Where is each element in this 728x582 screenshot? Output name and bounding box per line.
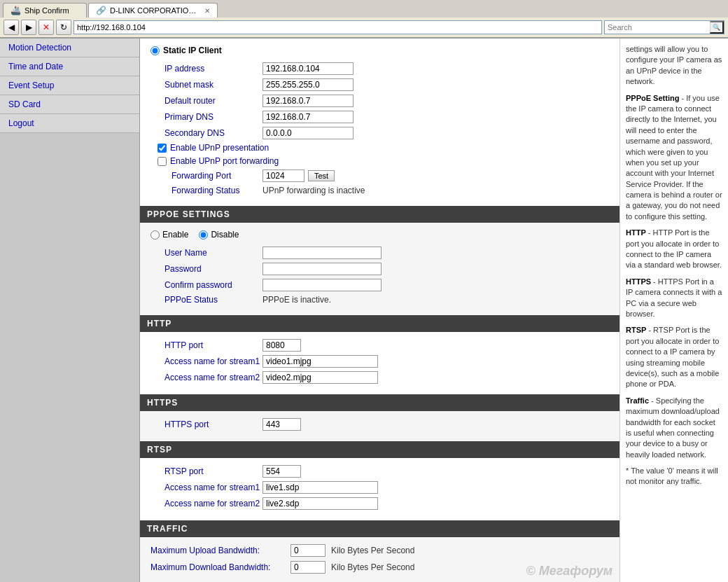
http-section: HTTP HTTP port Access name for stream1 A… — [140, 315, 620, 394]
static-ip-radio[interactable] — [150, 46, 160, 55]
rtsp-stream1-row: Access name for stream1 — [150, 481, 609, 494]
stop-button[interactable]: ✕ — [38, 20, 54, 35]
help-rtsp-title: RTSP — [626, 326, 646, 334]
http-stream2-input[interactable] — [262, 371, 378, 384]
default-router-input[interactable] — [262, 95, 354, 107]
sidebar-item-motion-detection[interactable]: Motion Detection — [0, 39, 139, 57]
sidebar-item-time-and-date[interactable]: Time and Date — [0, 57, 139, 76]
ip-address-input[interactable] — [262, 62, 354, 75]
http-header: HTTP — [140, 315, 620, 332]
pppoe-username-input[interactable] — [262, 247, 382, 259]
upload-bandwidth-label: Maximum Upload Bandwidth: — [150, 546, 290, 555]
secondary-dns-label: Secondary DNS — [164, 128, 262, 138]
help-pppoe-title: PPPoE Setting — [626, 94, 679, 102]
https-port-label: HTTPS port — [164, 420, 262, 429]
help-pppoe-text: - If you use the IP camera to connect di… — [626, 94, 722, 221]
https-port-input[interactable] — [262, 418, 301, 431]
upload-bandwidth-input[interactable] — [290, 544, 326, 557]
pppoe-confirm-password-input[interactable] — [262, 279, 382, 291]
search-box: 🔍 — [604, 20, 724, 34]
back-button[interactable]: ◀ — [4, 20, 19, 35]
pppoe-radio-row: Enable Disable — [150, 230, 609, 240]
pppoe-password-label: Password — [164, 264, 262, 274]
http-port-row: HTTP port — [150, 339, 609, 352]
forward-button[interactable]: ▶ — [21, 20, 36, 35]
pppoe-status-row: PPPoE Status PPPoE is inactive. — [150, 295, 609, 305]
secondary-dns-input[interactable] — [262, 127, 354, 139]
rtsp-port-input[interactable] — [262, 465, 301, 478]
tab-bar: 🚢 Ship Confirm 🔗 D-LINK CORPORATION| INT… — [0, 0, 728, 18]
http-port-input[interactable] — [262, 339, 301, 352]
search-input[interactable] — [605, 21, 710, 34]
http-content: HTTP port Access name for stream1 Access… — [140, 332, 620, 394]
upnp-forwarding-checkbox[interactable] — [158, 157, 167, 166]
sidebar-item-logout[interactable]: Logout — [0, 114, 139, 133]
rtsp-stream2-input[interactable] — [262, 497, 378, 510]
pppoe-password-row: Password — [150, 263, 609, 275]
upnp-forwarding-row: Enable UPnP port forwarding — [150, 156, 609, 166]
forwarding-status-value: UPnP forwarding is inactive — [262, 186, 365, 195]
default-router-label: Default router — [164, 96, 262, 106]
help-panel: settings will allow you to configure you… — [620, 39, 728, 582]
upnp-presentation-checkbox[interactable] — [158, 144, 167, 153]
forwarding-port-input[interactable] — [262, 169, 304, 182]
help-text-0: settings will allow you to configure you… — [626, 44, 722, 88]
upnp-presentation-label: Enable UPnP presentation — [170, 143, 269, 153]
pppoe-username-label: User Name — [164, 248, 262, 258]
pppoe-enable-label: Enable — [162, 230, 188, 240]
rtsp-port-label: RTSP port — [164, 466, 262, 476]
rtsp-stream2-row: Access name for stream2 — [150, 497, 609, 510]
sidebar-item-sd-card[interactable]: SD Card — [0, 95, 139, 114]
test-button[interactable]: Test — [308, 170, 335, 181]
pppoe-password-input[interactable] — [262, 263, 382, 275]
help-https-title: HTTPS — [626, 277, 651, 286]
tab-favicon-2: 🔗 — [96, 6, 106, 15]
upload-bandwidth-row: Maximum Upload Bandwidth: Kilo Bytes Per… — [150, 544, 609, 557]
rtsp-stream1-input[interactable] — [262, 481, 378, 494]
pppoe-enable-radio-item: Enable — [150, 230, 188, 240]
help-text-1: PPPoE Setting - If you use the IP camera… — [626, 93, 722, 223]
https-content: HTTPS port — [140, 411, 620, 441]
primary-dns-row: Primary DNS — [150, 111, 609, 123]
subnet-mask-label: Subnet mask — [164, 80, 262, 90]
static-ip-section: Static IP Client IP address Subnet mask … — [140, 39, 620, 206]
pppoe-disable-label: Disable — [211, 230, 239, 240]
sidebar-item-event-setup[interactable]: Event Setup — [0, 76, 139, 95]
pppoe-section: PPPOE SETTINGS Enable Disable User N — [140, 206, 620, 315]
help-text-4: RTSP - RTSP Port is the port you allocat… — [626, 325, 722, 389]
browser-chrome: 🚢 Ship Confirm 🔗 D-LINK CORPORATION| INT… — [0, 0, 728, 39]
address-bar[interactable] — [74, 20, 602, 34]
pppoe-status-label: PPPoE Status — [164, 295, 262, 305]
http-stream1-input[interactable] — [262, 355, 378, 368]
https-port-row: HTTPS port — [150, 418, 609, 431]
static-ip-radio-label: Static IP Client — [150, 46, 609, 55]
download-bandwidth-unit: Kilo Bytes Per Second — [331, 562, 414, 572]
traffic-header: TRAFFIC — [140, 520, 620, 537]
tab-ship-confirm[interactable]: 🚢 Ship Confirm — [3, 3, 87, 18]
help-http-title: HTTP — [626, 228, 646, 237]
pppoe-enable-radio[interactable] — [150, 230, 160, 240]
refresh-button[interactable]: ↻ — [56, 20, 71, 35]
pppoe-disable-radio[interactable] — [199, 230, 208, 240]
rtsp-section: RTSP RTSP port Access name for stream1 A… — [140, 441, 620, 520]
toolbar: ◀ ▶ ✕ ↻ 🔍 — [0, 18, 728, 38]
main-container: Motion Detection Time and Date Event Set… — [0, 39, 728, 582]
download-bandwidth-row: Maximum Download Bandwidth: Kilo Bytes P… — [150, 561, 609, 574]
ip-address-label: IP address — [164, 64, 262, 74]
download-bandwidth-input[interactable] — [290, 561, 326, 574]
help-text-5: Traffic - Specifying the maximum downloa… — [626, 396, 722, 460]
upload-bandwidth-unit: Kilo Bytes Per Second — [331, 546, 414, 555]
https-header: HTTPS — [140, 394, 620, 411]
help-traffic-title: Traffic — [626, 396, 649, 405]
pppoe-disable-radio-item: Disable — [199, 230, 239, 240]
tab-dlink[interactable]: 🔗 D-LINK CORPORATION| INT... ✕ — [88, 3, 218, 18]
download-bandwidth-label: Maximum Download Bandwidth: — [150, 562, 290, 572]
http-stream1-row: Access name for stream1 — [150, 355, 609, 368]
tab-close-icon[interactable]: ✕ — [204, 7, 210, 15]
static-ip-label: Static IP Client — [163, 46, 222, 55]
primary-dns-input[interactable] — [262, 111, 354, 123]
traffic-section: TRAFFIC Maximum Upload Bandwidth: Kilo B… — [140, 520, 620, 582]
search-submit-button[interactable]: 🔍 — [710, 21, 724, 34]
sidebar: Motion Detection Time and Date Event Set… — [0, 39, 140, 582]
subnet-mask-input[interactable] — [262, 78, 354, 91]
